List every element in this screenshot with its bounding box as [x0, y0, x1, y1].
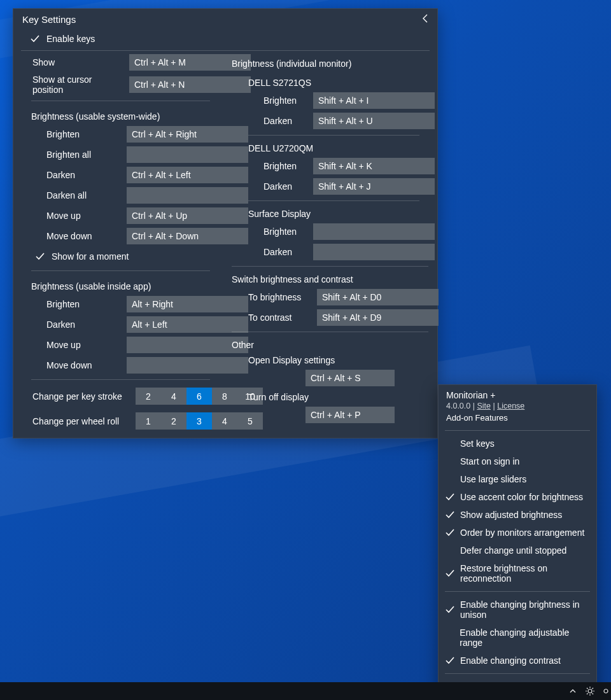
menu-item[interactable]: Enable changing adjustable range	[439, 624, 596, 652]
tray-dot-icon[interactable]	[603, 689, 608, 694]
switch-title: Switch brightness and contrast	[230, 268, 430, 287]
check-icon	[445, 568, 455, 578]
blank-icon	[445, 456, 455, 466]
check-icon	[445, 655, 455, 666]
check-icon	[35, 251, 45, 262]
menu-item-label: Show adjusted brightness	[460, 510, 562, 520]
app-name: Monitorian +	[446, 390, 589, 400]
inside-app-title: Brightness (usable inside app)	[21, 275, 220, 294]
site-link[interactable]: Site	[477, 402, 491, 410]
open-display-input[interactable]	[306, 370, 395, 386]
check-icon	[445, 528, 455, 538]
seg-option-2[interactable]: 2	[161, 412, 186, 430]
monitor-brighten-input[interactable]	[313, 158, 435, 174]
seg-option-3[interactable]: 3	[186, 412, 212, 430]
divider	[232, 332, 428, 332]
menu-item[interactable]: Use accent color for brightness	[439, 488, 596, 506]
monitor-name: DELL S2721QS	[230, 71, 430, 90]
license-link[interactable]: License	[497, 402, 524, 410]
to-contrast-label: To contrast	[248, 312, 312, 323]
darken-label: Darken	[46, 170, 122, 180]
show-for-moment-label: Show for a moment	[52, 251, 129, 262]
divider	[31, 270, 210, 271]
monitor-brighten-input[interactable]	[313, 223, 435, 240]
change-per-wheel-row: Change per wheel roll 12345	[21, 409, 220, 433]
right-column: Brightness (individual monitor) DELL S27…	[230, 52, 430, 433]
menu-item-label: Defer change until stopped	[460, 545, 566, 556]
divider	[232, 266, 428, 267]
addon-features-label: Add-on Features	[446, 413, 589, 423]
monitor-brighten-label: Brighten	[263, 227, 308, 237]
monitor-brighten-input[interactable]	[313, 92, 435, 109]
monitor-darken-label: Darken	[263, 247, 308, 257]
show-for-moment-row[interactable]: Show for a moment	[21, 246, 220, 267]
back-button[interactable]	[416, 14, 428, 25]
svg-line-5	[587, 688, 588, 689]
monitor-brighten-label: Brighten	[263, 161, 308, 171]
change-per-stroke-row: Change per key stroke 246810	[21, 384, 220, 409]
key-settings-panel: Key Settings Enable keys Show Show at cu…	[13, 8, 438, 438]
monitor-brighten-label: Brighten	[263, 95, 308, 106]
monitor-darken-input[interactable]	[313, 178, 435, 195]
menu-item[interactable]: Show adjusted brightness	[439, 506, 596, 524]
move-up-label: Move up	[46, 211, 122, 221]
menu-item[interactable]: Order by monitors arrangement	[439, 524, 596, 542]
panel-title: Key Settings	[22, 14, 76, 25]
menu-item[interactable]: Use large sliders	[439, 470, 596, 488]
to-brightness-input[interactable]	[317, 289, 439, 305]
to-contrast-input[interactable]	[317, 309, 439, 326]
menu-item[interactable]: Defer change until stopped	[439, 542, 596, 559]
left-column: Show Show at cursor position Brightness …	[21, 52, 220, 433]
chevron-left-icon	[422, 14, 428, 23]
menu-item[interactable]: Restore brightness on reconnection	[439, 559, 596, 587]
individual-monitor-title: Brightness (individual monitor)	[230, 52, 430, 71]
app-move-down-label: Move down	[46, 360, 122, 370]
menu-item-label: Use large sliders	[460, 474, 526, 484]
tray-brightness-icon[interactable]	[586, 687, 594, 696]
open-display-label: Open Display settings	[230, 353, 430, 368]
menu-item-label: Enable changing adjustable range	[460, 627, 589, 648]
svg-line-8	[587, 694, 588, 695]
check-icon	[30, 34, 40, 44]
monitor-darken-input[interactable]	[313, 244, 435, 260]
divider	[445, 430, 590, 431]
check-icon	[445, 510, 455, 520]
monitor-darken-label: Darken	[263, 116, 308, 126]
svg-line-7	[593, 688, 594, 689]
sys-wide-title: Brightness (usable system-wide)	[21, 105, 220, 124]
app-version: 4.0.0.0	[446, 402, 470, 410]
app-move-up-label: Move up	[46, 340, 122, 350]
divider	[31, 379, 210, 380]
divider	[445, 591, 590, 592]
to-brightness-label: To brightness	[248, 292, 312, 302]
enable-keys-row[interactable]: Enable keys	[21, 29, 430, 51]
blank-icon	[445, 438, 455, 449]
app-darken-label: Darken	[46, 319, 122, 330]
monitor-darken-input[interactable]	[313, 113, 435, 129]
menu-item-label: Start on sign in	[460, 456, 519, 466]
app-brighten-label: Brighten	[46, 299, 122, 309]
divider	[248, 135, 419, 136]
menu-item-label: Use accent color for brightness	[460, 492, 583, 502]
svg-point-9	[604, 689, 608, 693]
divider	[445, 673, 590, 674]
check-icon	[445, 605, 455, 615]
brighten-all-label: Brighten all	[46, 150, 122, 160]
menu-item[interactable]: Start on sign in	[439, 452, 596, 470]
seg-option-4[interactable]: 4	[161, 388, 186, 405]
menu-item[interactable]: Enable changing brightness in unison	[439, 596, 596, 624]
blank-icon	[445, 545, 455, 556]
monitor-darken-label: Darken	[263, 181, 308, 192]
menu-item[interactable]: Enable changing contrast	[439, 652, 596, 669]
move-down-label: Move down	[46, 231, 122, 241]
menu-item[interactable]: Set keys	[439, 435, 596, 452]
show-label: Show	[32, 57, 124, 67]
seg-option-2[interactable]: 2	[136, 388, 161, 405]
tray-chevron-icon[interactable]	[569, 687, 577, 695]
enable-keys-label: Enable keys	[46, 34, 95, 44]
turn-off-input[interactable]	[306, 407, 395, 423]
monitor-name: Surface Display	[230, 202, 430, 221]
seg-option-1[interactable]: 1	[136, 412, 161, 430]
menu-item-label: Enable changing brightness in unison	[460, 599, 589, 620]
seg-option-6[interactable]: 6	[186, 388, 212, 405]
